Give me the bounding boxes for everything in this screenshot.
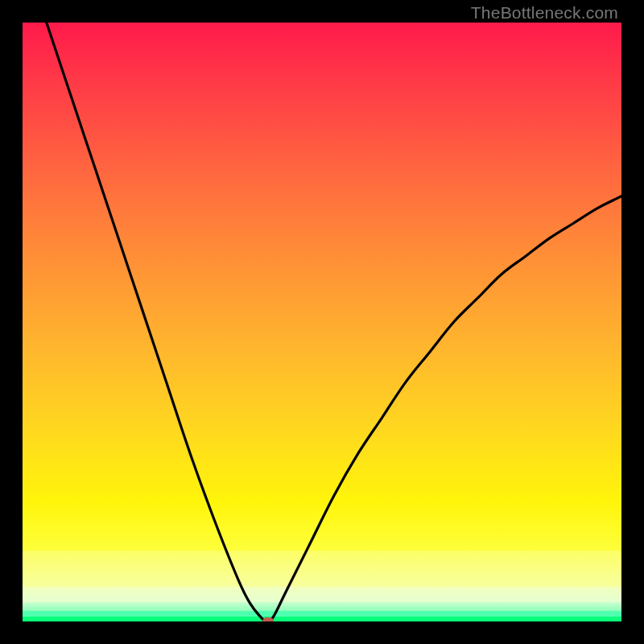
curve-layer [23,23,621,621]
chart-frame: TheBottleneck.com [0,0,644,644]
optimum-marker [262,617,274,621]
bottleneck-curve [47,23,621,621]
plot-area [23,23,621,621]
watermark-label: TheBottleneck.com [471,3,618,23]
